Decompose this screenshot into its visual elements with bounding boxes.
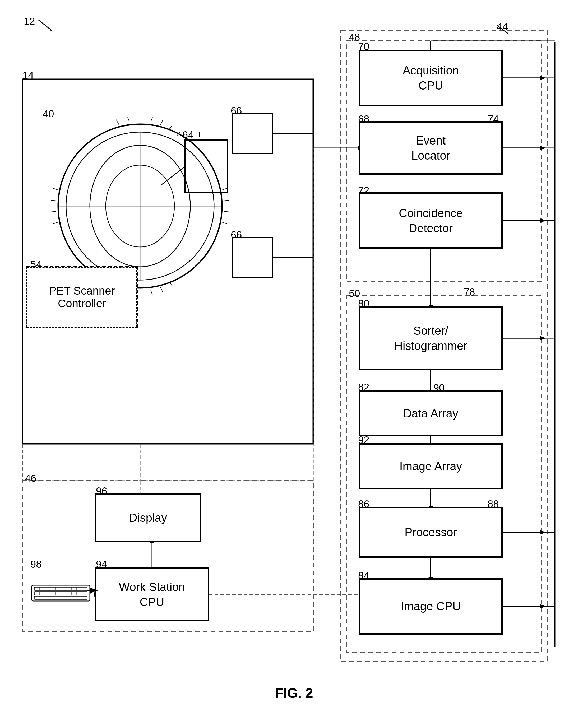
svg-point-20: [66, 132, 214, 280]
svg-line-31: [169, 125, 172, 129]
svg-line-126: [38, 20, 51, 30]
svg-rect-104: [34, 596, 87, 599]
display-box: Display: [95, 494, 201, 542]
data-array-box: Data Array: [359, 391, 502, 436]
svg-marker-57: [541, 76, 546, 80]
svg-line-39: [54, 188, 59, 190]
svg-line-128: [497, 25, 507, 33]
figure-label: FIG. 2: [275, 685, 313, 701]
svg-line-27: [128, 117, 129, 122]
svg-rect-18: [233, 238, 272, 277]
ref-50: 50: [349, 288, 360, 299]
ref-64: 64: [182, 129, 193, 141]
svg-line-36: [151, 290, 152, 295]
pet-scanner-controller-box: PET ScannerController: [26, 267, 138, 327]
svg-marker-129: [506, 32, 509, 35]
svg-rect-17: [233, 113, 272, 153]
svg-line-38: [169, 282, 172, 286]
svg-line-30: [161, 120, 163, 125]
svg-line-43: [222, 188, 227, 190]
keyboard-arrow: [87, 587, 99, 594]
coincidence-detector-box: CoincidenceDetector: [359, 193, 502, 248]
svg-marker-72: [541, 604, 546, 609]
image-array-box: Image Array: [359, 444, 502, 489]
svg-marker-66: [541, 336, 546, 340]
svg-point-19: [58, 124, 222, 288]
ref-40: 40: [43, 108, 54, 120]
ref12-arrow: [26, 15, 58, 36]
svg-marker-60: [541, 146, 546, 150]
acquisition-cpu-box: AcquisitionCPU: [359, 50, 502, 106]
svg-rect-3: [22, 79, 313, 444]
svg-line-40: [51, 200, 56, 201]
svg-line-26: [116, 120, 119, 125]
image-cpu-box: Image CPU: [359, 578, 502, 634]
ref-14: 14: [22, 70, 34, 81]
processor-box: Processor: [359, 507, 502, 557]
keyboard-illustration: [30, 577, 91, 604]
ref-78: 78: [464, 286, 475, 298]
svg-line-25: [161, 166, 185, 185]
ref-66b: 66: [231, 229, 242, 241]
svg-line-29: [151, 117, 152, 122]
svg-line-45: [224, 211, 229, 212]
svg-line-44: [224, 200, 229, 201]
ref44-arrow: [486, 20, 513, 36]
svg-marker-69: [541, 530, 546, 534]
svg-line-41: [51, 211, 56, 212]
sorter-histogrammer-box: Sorter/Histogrammer: [359, 306, 502, 370]
ref-46: 46: [25, 473, 36, 484]
svg-line-46: [222, 222, 227, 224]
ref-98: 98: [30, 559, 41, 570]
svg-line-42: [54, 222, 59, 224]
svg-marker-63: [541, 218, 546, 223]
workstation-cpu-box: Work StationCPU: [95, 568, 209, 621]
svg-rect-16: [185, 140, 227, 193]
diagram: 12 14 40 44 48 50 46 70 68 74 72 78 80 8…: [0, 0, 588, 722]
svg-point-21: [90, 145, 190, 267]
svg-line-32: [177, 131, 181, 135]
svg-line-37: [161, 288, 163, 293]
svg-point-22: [106, 165, 174, 247]
ref-66a: 66: [231, 105, 242, 116]
event-locator-box: EventLocator: [359, 122, 502, 174]
